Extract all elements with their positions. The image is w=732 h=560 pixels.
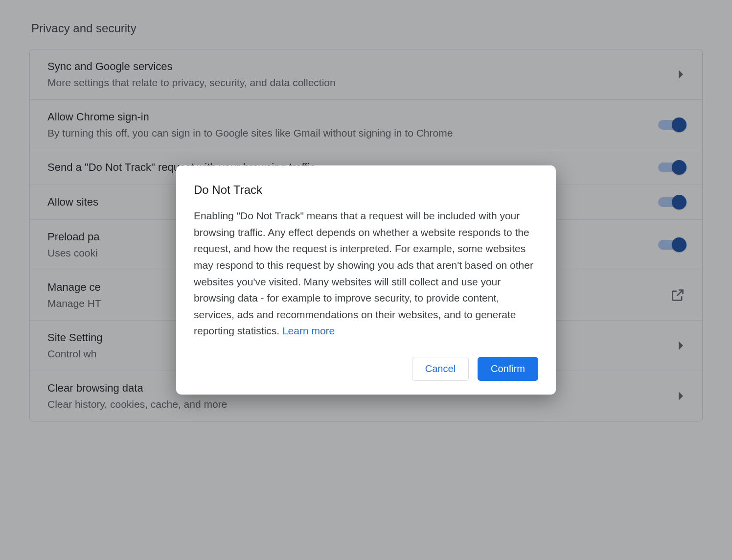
do-not-track-dialog: Do Not Track Enabling "Do Not Track" mea… [176,165,556,395]
confirm-button[interactable]: Confirm [478,357,538,381]
dialog-body-text: Enabling "Do Not Track" means that a req… [194,210,533,336]
dialog-body: Enabling "Do Not Track" means that a req… [194,208,538,339]
cancel-button[interactable]: Cancel [412,357,469,381]
dialog-title: Do Not Track [194,183,538,197]
modal-overlay: Do Not Track Enabling "Do Not Track" mea… [0,0,732,560]
learn-more-link[interactable]: Learn more [282,325,335,336]
